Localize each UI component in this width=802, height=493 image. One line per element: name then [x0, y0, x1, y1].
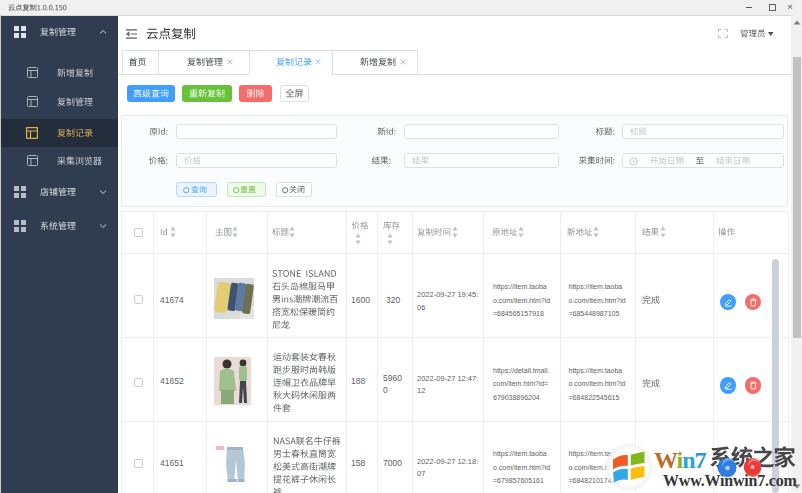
- svg-text:Win7: Win7: [654, 447, 707, 473]
